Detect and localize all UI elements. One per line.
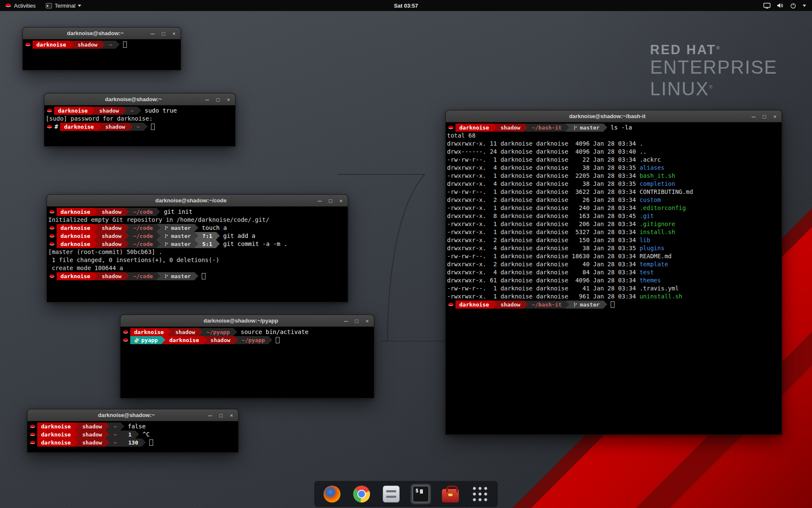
redhat-prompt-icon	[48, 208, 57, 216]
maximize-button[interactable]: □	[217, 97, 220, 102]
titlebar[interactable]: darknoise@shadow:~─□×	[23, 28, 181, 39]
window-title: darknoise@shadow:~/code	[72, 195, 310, 207]
display-icon[interactable]	[763, 3, 771, 9]
ls-line: -rwxrwxr-x. 1 darknoise darknoise 2205 J…	[447, 172, 782, 180]
prompt-segment-path: ~/pyapp	[238, 336, 269, 344]
prompt-segment-user: darknoise	[130, 328, 167, 336]
powerline-arrow-icon	[121, 422, 124, 431]
minimize-button[interactable]: ─	[208, 413, 212, 418]
dock-item-terminal[interactable]	[411, 484, 431, 504]
titlebar[interactable]: darknoise@shadow:~/pyapp─□×	[121, 315, 374, 327]
command-text: git commit -a -m .	[220, 240, 288, 248]
maximize-button[interactable]: □	[329, 198, 332, 204]
close-button[interactable]: ×	[339, 198, 343, 204]
terminal-window-code[interactable]: darknoise@shadow:~/code─□×darknoiseshado…	[47, 194, 348, 302]
prompt-segment-user: darknoise	[57, 232, 94, 240]
app-menu-terminal[interactable]: Terminal	[41, 0, 86, 11]
close-button[interactable]: ×	[365, 318, 369, 324]
terminal-content[interactable]: darknoiseshadow~/pyappsource bin/activat…	[121, 327, 374, 398]
terminal-content[interactable]: darknoiseshadow~	[23, 39, 181, 70]
terminal-window-home-2[interactable]: darknoise@shadow:~─□×darknoiseshadow~fal…	[27, 409, 239, 453]
ls-line: drwxrwxr-x. 4 darknoise darknoise 38 Jan…	[447, 244, 782, 252]
dock-item-files[interactable]	[381, 484, 401, 504]
ls-line: drwx------. 24 darknoise darknoise 4096 …	[447, 148, 782, 156]
terminal-cursor	[149, 439, 153, 446]
terminal-window-sudo[interactable]: darknoise@shadow:~─□×darknoiseshadow~sud…	[44, 93, 236, 146]
command-text: sudo true	[141, 107, 177, 115]
minimize-button[interactable]: ─	[344, 318, 348, 324]
ls-line: drwxrwxr-x. 4 darknoise darknoise 38 Jan…	[447, 180, 782, 188]
titlebar[interactable]: darknoise@shadow:~─□×	[27, 409, 238, 421]
powerline-arrow-icon	[70, 41, 74, 49]
powerline-arrow-icon	[524, 124, 528, 132]
output-line: create mode 100644 a	[48, 264, 348, 272]
output-line: [sudo] password for darknoise:	[46, 115, 235, 123]
terminal-content[interactable]: darknoiseshadow~falsedarknoiseshadow~1^C…	[27, 421, 238, 452]
command-text: touch a	[198, 224, 227, 232]
maximize-button[interactable]: □	[219, 413, 223, 418]
prompt-line: darknoiseshadow~/codemaster	[48, 272, 348, 280]
maximize-button[interactable]: □	[355, 318, 359, 324]
minimize-button[interactable]: ─	[752, 114, 755, 119]
close-button[interactable]: ×	[172, 31, 176, 36]
terminal-window-bash-it[interactable]: darknoise@shadow:~/bash-it─□×darknoisesh…	[445, 110, 782, 435]
titlebar[interactable]: darknoise@shadow:~─□×	[44, 94, 235, 105]
terminal-dock-icon	[412, 486, 429, 502]
close-button[interactable]: ×	[227, 97, 230, 102]
activities-button[interactable]: Activities	[0, 0, 41, 11]
terminal-content[interactable]: darknoiseshadow~sudo true[sudo] password…	[44, 105, 235, 146]
prompt-segment-user: darknoise	[37, 431, 74, 439]
command-text: source bin/activate	[237, 328, 308, 336]
terminal-window-pyapp[interactable]: darknoise@shadow:~/pyapp─□×darknoiseshad…	[120, 315, 374, 398]
terminal-cursor	[276, 337, 280, 343]
powerline-arrow-icon	[565, 124, 569, 132]
power-icon[interactable]	[790, 3, 796, 9]
powerline-arrow-icon	[195, 240, 198, 248]
minimize-button[interactable]: ─	[318, 198, 321, 204]
powerline-arrow-icon	[524, 301, 528, 309]
clock[interactable]: Sat 03:57	[0, 3, 812, 9]
powerline-arrow-icon	[94, 224, 98, 232]
prompt-segment-path: ~/code	[129, 272, 156, 280]
system-menu-chevron-icon[interactable]	[803, 5, 806, 7]
terminal-content[interactable]: darknoiseshadow~/bash-itmasterls -latota…	[446, 122, 782, 434]
prompt-segment-host: shadow	[98, 208, 125, 216]
powerline-arrow-icon	[156, 240, 160, 248]
dock-item-firefox[interactable]	[322, 484, 342, 504]
powerline-arrow-icon	[604, 301, 607, 309]
powerline-arrow-icon	[195, 232, 198, 240]
close-button[interactable]: ×	[773, 114, 776, 119]
volume-icon[interactable]	[777, 3, 784, 8]
powerline-arrow-icon	[234, 336, 238, 344]
window-controls: ─□×	[151, 28, 176, 39]
prompt-segment-host: shadow	[102, 123, 129, 131]
maximize-button[interactable]: □	[763, 114, 766, 119]
powerline-arrow-icon	[565, 301, 569, 309]
prompt-segment-user: darknoise	[57, 272, 94, 280]
terminal-window-home-1[interactable]: darknoise@shadow:~─□×darknoiseshadow~	[22, 27, 181, 70]
branch-icon	[164, 225, 169, 231]
prompt-segment-user: darknoise	[37, 422, 74, 431]
prompt-segment-host: shadow	[98, 272, 125, 280]
dock-item-toolbox[interactable]	[440, 484, 461, 504]
minimize-button[interactable]: ─	[151, 31, 154, 36]
close-button[interactable]: ×	[230, 413, 233, 418]
prompt-segment-user: darknoise	[165, 336, 203, 344]
maximize-button[interactable]: □	[162, 31, 165, 36]
prompt-segment-path: ~/bash-it	[528, 301, 565, 309]
dock-item-appgrid[interactable]	[470, 484, 490, 504]
titlebar[interactable]: darknoise@shadow:~/bash-it─□×	[446, 110, 782, 122]
minimize-button[interactable]: ─	[205, 97, 209, 102]
dock-item-chrome[interactable]	[351, 484, 372, 504]
terminal-content[interactable]: darknoiseshadow~/codegit initInitialized…	[47, 207, 348, 302]
powerline-arrow-icon	[156, 208, 160, 216]
titlebar[interactable]: darknoise@shadow:~/code─□×	[47, 195, 348, 207]
ls-filename: install.sh	[639, 229, 675, 235]
redhat-prompt-icon	[447, 301, 455, 309]
redhat-icon	[5, 3, 11, 8]
redhat-prompt-icon	[29, 431, 37, 439]
redhat-prompt-icon	[29, 422, 37, 431]
redhat-prompt-icon	[46, 123, 54, 131]
prompt-segment-path: ~	[126, 107, 137, 115]
ls-line: -rwxrwxr-x. 1 darknoise darknoise 206 Ja…	[447, 220, 782, 228]
